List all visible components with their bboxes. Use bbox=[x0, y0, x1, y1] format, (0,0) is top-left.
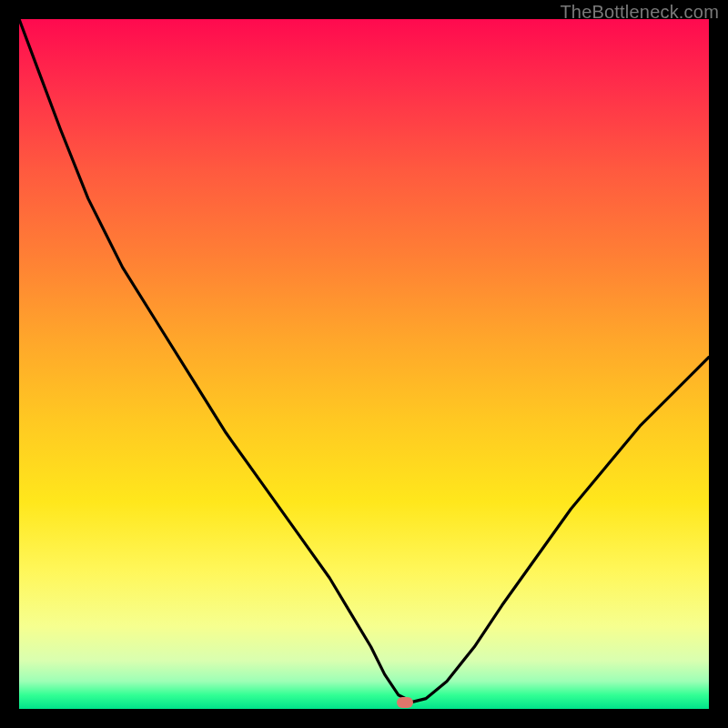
optimum-marker bbox=[397, 697, 413, 708]
plot-area bbox=[19, 19, 709, 709]
chart-frame: TheBottleneck.com bbox=[0, 0, 728, 728]
watermark-text: TheBottleneck.com bbox=[560, 2, 719, 23]
bottleneck-curve bbox=[19, 19, 709, 709]
